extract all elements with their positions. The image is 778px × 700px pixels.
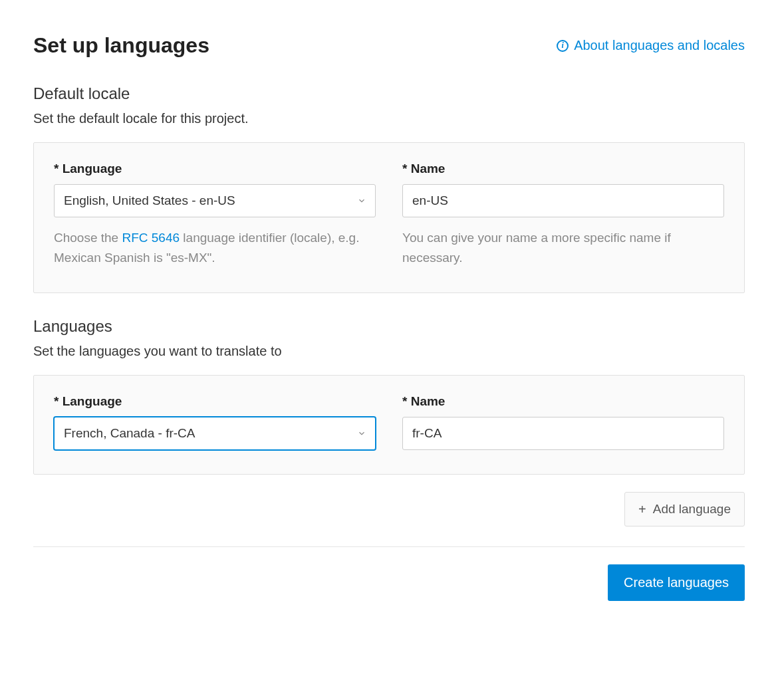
info-icon: i [557,40,569,52]
create-languages-button[interactable]: Create languages [608,564,745,601]
lang-language-label: * Language [54,394,376,409]
default-name-label: * Name [402,162,724,176]
default-language-label: * Language [54,162,376,176]
about-link-text: About languages and locales [574,38,745,53]
plus-icon: + [638,503,646,516]
default-name-help: You can give your name a more specific n… [402,228,724,269]
languages-panel: * Language * Name [33,375,745,475]
languages-desc: Set the languages you want to translate … [33,344,745,359]
add-language-button[interactable]: + Add language [624,492,745,526]
about-languages-link[interactable]: i About languages and locales [557,38,745,53]
default-name-input[interactable] [402,184,724,217]
default-locale-desc: Set the default locale for this project. [33,111,745,126]
page-title: Set up languages [33,33,209,58]
default-locale-heading: Default locale [33,84,745,103]
default-locale-panel: * Language Choose the RFC 5646 language … [33,142,745,293]
lang-name-input[interactable] [402,417,724,450]
default-language-select[interactable] [54,184,376,217]
rfc-5646-link[interactable]: RFC 5646 [122,231,180,245]
lang-language-select[interactable] [54,417,376,450]
languages-heading: Languages [33,317,745,336]
lang-name-label: * Name [402,394,724,409]
default-language-help: Choose the RFC 5646 language identifier … [54,228,376,269]
divider [33,546,745,547]
add-language-label: Add language [653,502,731,517]
